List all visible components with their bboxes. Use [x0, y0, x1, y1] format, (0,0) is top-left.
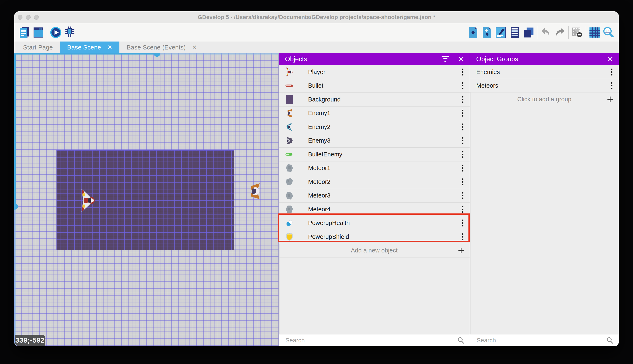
zoom-1-1-button[interactable]: 1:1 [601, 26, 615, 40]
plus-icon[interactable]: + [458, 245, 464, 256]
player-ship-icon [284, 67, 294, 77]
objects-panel-title: Objects [285, 55, 307, 63]
enemy2-ship-icon [284, 122, 294, 132]
object-menu-button[interactable] [462, 124, 463, 130]
object-row-poweruphealth[interactable]: PowerupHealth [279, 216, 470, 230]
object-groups-panel-header: Object Groups ✕ [470, 53, 619, 65]
object-menu-button[interactable] [462, 82, 463, 89]
object-row-meteor4[interactable]: Meteor4 [279, 202, 470, 216]
project-manager-button[interactable] [18, 26, 32, 40]
object-menu-button[interactable] [462, 137, 463, 144]
scene-canvas[interactable]: 339;-592 [14, 53, 278, 346]
groups-search-input[interactable] [476, 337, 606, 344]
object-label: Enemy1 [308, 110, 330, 116]
objects-search-input[interactable] [285, 337, 457, 344]
object-menu-button[interactable] [462, 192, 463, 199]
undo-button[interactable] [539, 26, 553, 40]
object-menu-button[interactable] [462, 96, 463, 103]
properties-button[interactable] [494, 26, 508, 40]
objects-editor-button[interactable] [466, 26, 480, 40]
plus-icon[interactable]: + [607, 94, 613, 105]
selection-edge-top [14, 53, 278, 54]
add-object-label: Add a new object [351, 247, 398, 254]
tab-close-icon[interactable]: ✕ [192, 44, 197, 51]
gdevelop-window: GDevelop 5 - /Users/dkarakay/Documents/G… [14, 11, 619, 346]
group-menu-button[interactable] [611, 82, 612, 89]
group-row-enemies[interactable]: Enemies [470, 65, 619, 79]
close-icon[interactable]: ✕ [458, 56, 464, 63]
object-groups-editor-button[interactable] [480, 26, 494, 40]
tab-label: Base Scene [67, 44, 101, 51]
group-row-meteors[interactable]: Meteors [470, 79, 619, 92]
title-bar: GDevelop 5 - /Users/dkarakay/Documents/G… [14, 11, 619, 23]
layers-button[interactable] [522, 26, 535, 40]
object-row-meteor2[interactable]: Meteor2 [279, 175, 470, 189]
zoom-1-1-icon: 1:1 [602, 26, 614, 39]
undo-icon [540, 26, 552, 39]
group-menu-button[interactable] [611, 68, 612, 76]
toolbar-separator [586, 26, 586, 39]
export-project-button[interactable] [32, 26, 45, 40]
redo-button[interactable] [553, 26, 567, 40]
resize-handle-left[interactable] [14, 204, 18, 210]
group-label: Enemies [476, 68, 500, 76]
resize-handle-top[interactable] [154, 53, 160, 57]
preview-play-button[interactable] [49, 26, 63, 40]
enemy1-instance[interactable] [246, 182, 263, 200]
add-object-row[interactable]: Add a new object + [279, 244, 470, 258]
tab-close-icon[interactable]: ✕ [107, 44, 112, 51]
object-menu-button[interactable] [462, 68, 463, 76]
object-menu-button[interactable] [462, 164, 463, 172]
debug-button[interactable] [63, 26, 77, 40]
add-group-row[interactable]: Click to add a group + [470, 92, 619, 106]
object-row-meteor1[interactable]: Meteor1 [279, 162, 470, 175]
tab-bar: Start PageBase Scene✕Base Scene (Events)… [14, 42, 619, 53]
close-icon[interactable]: ✕ [607, 56, 613, 63]
powerup-shield-icon [284, 232, 294, 242]
grid-button[interactable] [588, 26, 601, 40]
object-label: Meteor4 [308, 206, 330, 213]
object-row-powerupshield[interactable]: PowerupShield [279, 230, 470, 244]
window-title: GDevelop 5 - /Users/dkarakay/Documents/G… [14, 11, 619, 23]
object-row-enemy3[interactable]: Enemy3 [279, 134, 470, 148]
object-row-meteor3[interactable]: Meteor3 [279, 189, 470, 203]
tab-start-page[interactable]: Start Page [16, 42, 60, 53]
player-ship-icon [79, 189, 96, 212]
object-menu-button[interactable] [462, 233, 463, 240]
object-label: Bullet [308, 82, 324, 89]
object-label: Player [308, 68, 325, 76]
instances-list-button[interactable] [508, 26, 522, 40]
redo-icon [554, 26, 566, 39]
filter-icon[interactable] [441, 56, 450, 62]
object-row-enemy1[interactable]: Enemy1 [279, 106, 470, 120]
object-row-enemy2[interactable]: Enemy2 [279, 120, 470, 134]
bullet-icon [284, 81, 294, 90]
object-menu-button[interactable] [462, 151, 463, 158]
object-menu-button[interactable] [462, 178, 463, 185]
tab-base-scene[interactable]: Base Scene✕ [60, 42, 119, 53]
powerup-health-icon [284, 218, 294, 228]
tab-base-scene-events[interactable]: Base Scene (Events)✕ [119, 42, 204, 53]
instances-list-icon [509, 26, 521, 39]
tab-label: Start Page [23, 44, 53, 51]
meteor3-icon [284, 191, 294, 200]
search-icon [457, 337, 465, 344]
object-menu-button[interactable] [462, 110, 463, 116]
object-row-player[interactable]: Player [279, 65, 470, 79]
object-menu-button[interactable] [462, 206, 463, 213]
object-label: PowerupHealth [308, 220, 350, 226]
preview-play-icon [50, 26, 62, 39]
svg-text:1:1: 1:1 [605, 30, 610, 33]
object-row-bulletenemy[interactable]: BulletEnemy [279, 148, 470, 162]
objects-list: PlayerBulletBackgroundEnemy1Enemy2Enemy3… [279, 65, 470, 244]
window-mask-button[interactable] [570, 26, 584, 40]
groups-search-bar [470, 334, 619, 346]
add-group-label: Click to add a group [517, 96, 571, 103]
debug-icon [64, 26, 76, 39]
background-swatch-icon [284, 94, 294, 104]
selection-edge-left [14, 53, 16, 346]
object-row-bullet[interactable]: Bullet [279, 79, 470, 93]
object-menu-button[interactable] [462, 220, 463, 226]
player-instance[interactable] [79, 189, 96, 212]
object-row-background[interactable]: Background [279, 93, 470, 106]
